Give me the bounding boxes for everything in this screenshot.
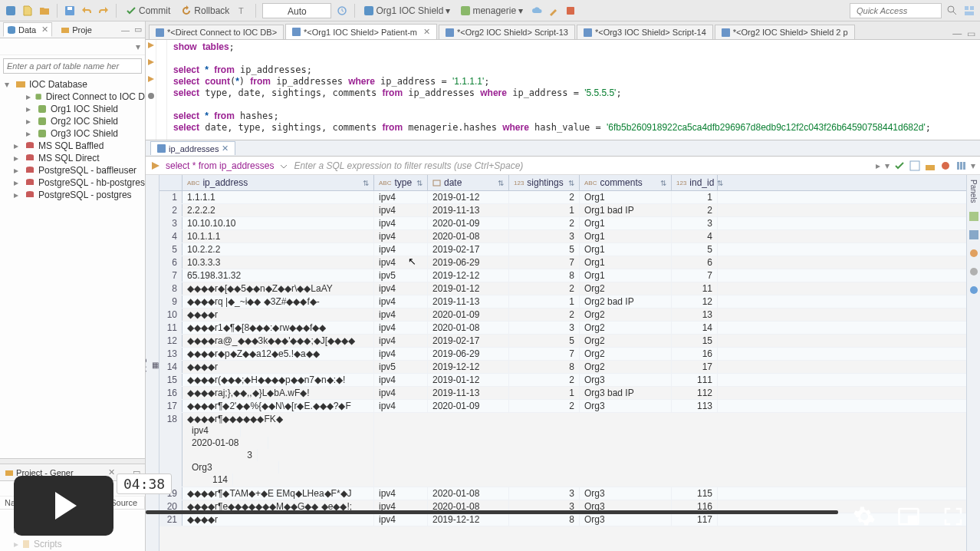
tree-item[interactable]: ▸Org1 IOC Shield xyxy=(0,103,145,115)
table-row[interactable]: 11.1.1.1ipv42019-01-122Org11 xyxy=(159,191,966,204)
new-sql-icon[interactable] xyxy=(21,5,34,17)
new-connection-icon[interactable] xyxy=(5,5,17,17)
table-row[interactable]: 9◆◆◆◆rq |◆_~i◆◆ ◆3Z#◆◆◆f◆-ipv42019-11-13… xyxy=(159,295,966,308)
editor-tab[interactable]: *<Org2 IOC Shield> Shield 2 p xyxy=(715,25,855,39)
play-button[interactable] xyxy=(14,476,113,536)
table-row[interactable]: 10◆◆◆◆ripv42020-01-092Org213 xyxy=(159,308,966,322)
table-row[interactable]: 22.2.2.2ipv42019-11-131Org1 bad IP2 xyxy=(159,204,966,217)
tree-conn[interactable]: ▸PostgreSQL - hb-postgres xyxy=(0,177,145,189)
editor-tab[interactable]: *<Org3 IOC Shield> Script-14 xyxy=(577,25,713,39)
table-row[interactable]: 17◆◆◆◆r¶◆2'◆◆%{◆◆N\◆[r◆E.◆◆◆?◆Fipv42020-… xyxy=(159,400,966,413)
commit-mode-select[interactable]: Auto xyxy=(262,3,331,18)
tree-item[interactable]: ▸Org2 IOC Shield xyxy=(0,115,145,127)
data-panel-tab[interactable]: Data✕ xyxy=(3,22,52,37)
gear-marker-icon[interactable] xyxy=(147,92,155,100)
commit-button[interactable]: Commit xyxy=(123,4,173,18)
tree-conn[interactable]: ▸PostgreSQL - postgres xyxy=(0,189,145,201)
more-icon[interactable]: ▾ xyxy=(971,160,975,171)
run-filter-icon[interactable] xyxy=(150,160,161,171)
execute-marker-icon[interactable] xyxy=(147,75,155,83)
stop-icon[interactable] xyxy=(564,5,577,17)
panel-resize-handle[interactable] xyxy=(0,458,145,464)
panel-calc-icon[interactable] xyxy=(968,211,979,222)
table-row[interactable]: 8◆◆◆◆r◆[◆◆5◆◆n◆Z◆◆r\◆◆LaAYipv42019-01-12… xyxy=(159,282,966,295)
table-row[interactable]: 13◆◆◆◆r◆p◆Z◆◆a12◆e5.!◆a◆◆ipv42019-06-297… xyxy=(159,348,966,361)
col-sightings[interactable]: 123sightings⇅ xyxy=(509,175,580,190)
video-progress[interactable] xyxy=(146,510,838,514)
menu-icon[interactable]: ▾ xyxy=(136,41,140,52)
table-row[interactable]: 11◆◆◆◆r1◆¶◆[8◆◆◆:◆rw◆◆◆f◆◆ipv42020-01-08… xyxy=(159,322,966,335)
save-icon[interactable] xyxy=(64,5,76,17)
editor-tab[interactable]: *<Org2 IOC Shield> Script-13 xyxy=(439,25,575,39)
connection-select[interactable]: Org1 IOC Shield ▾ xyxy=(361,4,453,18)
table-row[interactable]: 18◆◆◆◆r¶◆◆◆◆◆◆FK◆ipv42020-01-083Org3114 xyxy=(159,413,966,487)
search-icon[interactable] xyxy=(946,5,959,17)
nav-dd-icon[interactable]: ▾ xyxy=(885,160,890,171)
settings-icon[interactable] xyxy=(853,505,876,528)
col-date[interactable]: date⇅ xyxy=(428,175,509,190)
execute-marker-icon[interactable] xyxy=(147,58,155,66)
tree-root[interactable]: ▾IOC Database xyxy=(0,78,145,91)
tx-mode-icon[interactable]: T xyxy=(237,5,249,17)
tree-conn[interactable]: ▸PostgreSQL - baffleuser xyxy=(0,164,145,177)
minimize-icon[interactable]: — xyxy=(121,25,130,35)
record-icon[interactable] xyxy=(940,160,951,171)
svg-rect-15 xyxy=(61,28,69,33)
table-row[interactable]: 310.10.10.10ipv42020-01-092Org13 xyxy=(159,217,966,230)
project-panel-tab[interactable]: Proje xyxy=(57,23,96,37)
tree-item[interactable]: ▸Org3 IOC Shield xyxy=(0,127,145,140)
table-row[interactable]: 410.1.1.1ipv42020-01-083Org14 xyxy=(159,230,966,243)
table-row[interactable]: 610.3.3.3ipv42019-06-297Org16 xyxy=(159,256,966,269)
perspective-icon[interactable] xyxy=(963,5,975,17)
panel-icon[interactable] xyxy=(909,160,920,171)
row-corner[interactable] xyxy=(159,175,183,190)
tree-item[interactable]: ▸Direct Connect to IOC D xyxy=(0,91,145,103)
filter-hint[interactable]: Enter a SQL expression to filter results… xyxy=(294,160,871,171)
schema-select[interactable]: menagerie ▾ xyxy=(458,4,526,18)
rollback-button[interactable]: Rollback xyxy=(178,4,232,18)
table-row[interactable]: 15◆◆◆◆r(◆◆◆;◆H◆◆◆◆p◆◆n7◆n◆:◆!ipv42019-01… xyxy=(159,374,966,387)
redo-icon[interactable] xyxy=(97,5,110,17)
sql-text[interactable]: show tables; select * from ip_addresses;… xyxy=(167,40,980,140)
panel-grey-icon[interactable] xyxy=(968,266,979,277)
expand-icon[interactable] xyxy=(278,160,289,171)
col-comments[interactable]: ABCcomments⇅ xyxy=(580,175,672,190)
result-tab[interactable]: ip_addresses ✕ xyxy=(150,141,235,155)
editor-tab[interactable]: *<Direct Connect to IOC DB> xyxy=(149,25,284,39)
panel-grid-icon[interactable] xyxy=(968,229,979,240)
table-row[interactable]: 765.198.31.32ipv52019-12-128Org17 xyxy=(159,269,966,282)
columns-icon[interactable] xyxy=(955,160,966,171)
col-type[interactable]: ABCtype⇅ xyxy=(374,175,428,190)
max-editor-icon[interactable]: ▭ xyxy=(967,28,975,39)
wand-icon[interactable] xyxy=(548,5,560,17)
sql-editor[interactable]: show tables; select * from ip_addresses;… xyxy=(146,40,980,140)
table-row[interactable]: 510.2.2.2ipv42019-02-175Org15 xyxy=(159,243,966,256)
panel-blue-icon[interactable] xyxy=(968,285,979,295)
undo-icon[interactable] xyxy=(81,5,93,17)
table-row[interactable]: 16◆◆◆◆raj;},◆◆,,◆}L◆bA.wF◆!ipv42019-11-1… xyxy=(159,387,966,400)
close-tab-icon[interactable]: ✕ xyxy=(423,27,430,37)
tree-conn[interactable]: ▸MS SQL Baffled xyxy=(0,140,145,152)
editor-tab[interactable]: *<Org1 IOC Shield> Patient-m✕ xyxy=(285,24,437,39)
pip-icon[interactable] xyxy=(897,505,920,528)
quick-access-input[interactable] xyxy=(850,3,942,18)
min-editor-icon[interactable]: — xyxy=(952,28,962,39)
close-result-icon[interactable]: ✕ xyxy=(222,144,229,153)
export-icon[interactable] xyxy=(925,160,936,171)
panel-orange-icon[interactable] xyxy=(968,248,979,259)
maximize-icon[interactable]: ▭ xyxy=(134,25,142,35)
fullscreen-icon[interactable] xyxy=(942,505,965,528)
col-ip_address[interactable]: ABCip_address⇅ xyxy=(183,175,374,190)
execute-marker-icon[interactable] xyxy=(147,41,155,49)
tree-filter-input[interactable] xyxy=(3,58,142,74)
table-row[interactable]: 14◆◆◆◆ripv52019-12-128Org217 xyxy=(159,361,966,374)
nav-first-icon[interactable]: ▸ xyxy=(876,160,880,171)
history-icon[interactable] xyxy=(336,5,348,17)
svg-text:T: T xyxy=(238,6,244,15)
tree-conn[interactable]: ▸MS SQL Direct xyxy=(0,152,145,164)
col-ind_id[interactable]: 123ind_id⇅ xyxy=(672,175,718,190)
apply-icon[interactable] xyxy=(894,160,905,171)
folder-icon[interactable] xyxy=(38,5,51,17)
table-row[interactable]: 12◆◆◆◆ra@_◆◆◆3k◆◆◆'◆◆◆;◆J[◆◆◆◆ipv42019-0… xyxy=(159,335,966,348)
cloud-icon[interactable] xyxy=(531,5,543,17)
